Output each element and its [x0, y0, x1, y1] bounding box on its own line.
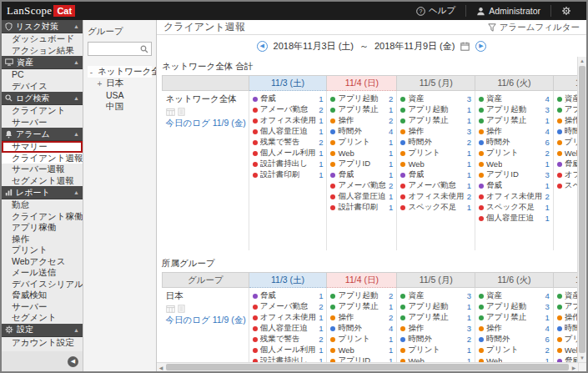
- alarm-count-link[interactable]: 1: [319, 94, 324, 103]
- alarm-count-link[interactable]: 1: [467, 149, 472, 158]
- alarm-count-link[interactable]: 1: [545, 313, 550, 322]
- collapse-icon[interactable]: -: [88, 68, 95, 76]
- alarm-count-link[interactable]: 1: [389, 149, 394, 158]
- today-log-link[interactable]: 今日のログ 11/9 (金): [166, 315, 246, 326]
- alarm-count-link[interactable]: 1: [467, 313, 472, 322]
- alarm-count-link[interactable]: 1: [319, 291, 324, 300]
- alarm-count-link[interactable]: 3: [467, 94, 472, 103]
- sidebar-item-action-results[interactable]: アクション結果: [2, 45, 83, 57]
- alarm-count-link[interactable]: 1: [389, 335, 394, 344]
- tree-item-usa[interactable]: USA: [88, 89, 152, 101]
- alarm-count-link[interactable]: 3: [545, 302, 550, 311]
- horizontal-scroll-thumb[interactable]: [166, 364, 569, 370]
- sidebar-item-attendance[interactable]: 勤怠: [2, 199, 83, 211]
- alarm-count-link[interactable]: 1: [319, 356, 324, 362]
- alarm-count-link[interactable]: 1: [467, 170, 472, 179]
- alarm-count-link[interactable]: 2: [319, 302, 324, 311]
- sidebar-item-server[interactable]: サーバー: [2, 117, 83, 129]
- row-export-icon[interactable]: [178, 108, 185, 116]
- scroll-up-icon[interactable]: ▲: [578, 57, 586, 65]
- sidebar-item-threat-detection[interactable]: 脅威検知: [2, 290, 83, 301]
- alarm-count-link[interactable]: 4: [545, 324, 550, 333]
- sidebar-item-server-report[interactable]: サーバー: [2, 301, 83, 313]
- scroll-down-icon[interactable]: ▼: [578, 354, 586, 362]
- expand-icon[interactable]: +: [96, 80, 103, 88]
- alarm-count-link[interactable]: 2: [545, 149, 550, 158]
- alarm-count-link[interactable]: 1: [545, 203, 550, 212]
- sidebar-item-web-access[interactable]: Webアクセス: [2, 256, 83, 268]
- sidebar-section-log-search[interactable]: ログ検索▲: [2, 92, 83, 105]
- alarm-count-link[interactable]: 2: [389, 181, 394, 190]
- sidebar-collapse-button[interactable]: ◀: [68, 356, 78, 367]
- alarm-count-link[interactable]: 1: [467, 105, 472, 114]
- help-button[interactable]: ? ヘルプ: [406, 2, 465, 20]
- sidebar-item-client-operation[interactable]: クライアント稼働: [2, 211, 83, 223]
- sidebar-section-risk[interactable]: リスク対策▲: [2, 20, 83, 33]
- today-log-link[interactable]: 今日のログ 11/9 (金): [166, 118, 246, 129]
- horizontal-scrollbar[interactable]: ◀ ▶: [157, 362, 578, 371]
- alarm-count-link[interactable]: 1: [467, 159, 472, 169]
- alarm-count-link[interactable]: 2: [389, 313, 394, 322]
- alarm-count-link[interactable]: 6: [545, 335, 550, 344]
- alarm-count-link[interactable]: 1: [319, 345, 324, 355]
- alarm-count-link[interactable]: 1: [319, 159, 324, 169]
- alarm-count-link[interactable]: 4: [545, 94, 550, 103]
- alarm-count-link[interactable]: 4: [545, 291, 550, 300]
- alarm-count-link[interactable]: 1: [389, 170, 394, 179]
- sidebar-item-dashboard[interactable]: ダッシュボード: [2, 33, 83, 45]
- alarm-count-link[interactable]: 2: [545, 345, 550, 355]
- alarm-count-link[interactable]: 2: [319, 105, 324, 114]
- prev-week-button[interactable]: ◀: [257, 41, 268, 52]
- alarm-count-link[interactable]: 1: [319, 170, 324, 179]
- group-search-input[interactable]: [91, 44, 140, 53]
- sidebar-item-summary[interactable]: サマリー: [2, 141, 83, 153]
- alarm-count-link[interactable]: 3: [545, 170, 550, 179]
- alarm-count-link[interactable]: 1: [389, 302, 394, 311]
- sidebar-section-settings[interactable]: 設定▲: [2, 324, 83, 337]
- alarm-count-link[interactable]: 1: [319, 324, 324, 333]
- alarm-count-link[interactable]: 6: [545, 138, 550, 147]
- alarm-count-link[interactable]: 1: [467, 203, 472, 212]
- next-week-button[interactable]: ▶: [475, 41, 486, 52]
- sidebar-item-segment-weekly[interactable]: セグメント週報: [2, 175, 83, 187]
- alarm-count-link[interactable]: 1: [545, 181, 550, 190]
- alarm-count-link[interactable]: 1: [389, 203, 394, 212]
- sidebar-item-device[interactable]: デバイス: [2, 81, 83, 93]
- sidebar-item-segment-report[interactable]: セグメント: [2, 312, 83, 324]
- alarm-count-link[interactable]: 2: [389, 291, 394, 300]
- alarm-count-link[interactable]: 1: [467, 356, 472, 362]
- scroll-right-icon[interactable]: ▶: [570, 363, 578, 371]
- sidebar-item-account-settings[interactable]: アカウント設定: [2, 337, 83, 349]
- alarm-count-link[interactable]: 1: [545, 116, 550, 125]
- sidebar-item-mail-send[interactable]: メール送信: [2, 267, 83, 279]
- alarm-count-link[interactable]: 2: [545, 192, 550, 201]
- alarm-count-link[interactable]: 2: [467, 138, 472, 147]
- alarm-count-link[interactable]: 4: [545, 127, 550, 136]
- alarm-count-link[interactable]: 2: [467, 192, 472, 201]
- alarm-count-link[interactable]: 1: [545, 356, 550, 362]
- alarm-count-link[interactable]: 1: [467, 181, 472, 190]
- alarm-count-link[interactable]: 1: [319, 313, 324, 322]
- sidebar-item-device-serial[interactable]: デバイスシリアル: [2, 279, 83, 290]
- row-export-icon[interactable]: [178, 305, 185, 313]
- alarm-filter-button[interactable]: アラームフィルター: [488, 22, 580, 33]
- scroll-left-icon[interactable]: ◀: [157, 363, 165, 371]
- alarm-count-link[interactable]: 1: [545, 214, 550, 223]
- sidebar-item-app-operation[interactable]: アプリ稼働: [2, 222, 83, 234]
- sidebar-item-client-weekly[interactable]: クライアント週報: [2, 153, 83, 164]
- tree-item-japan[interactable]: +日本: [88, 78, 152, 89]
- row-calendar-icon[interactable]: [166, 305, 175, 313]
- alarm-count-link[interactable]: 2: [389, 94, 394, 103]
- alarm-count-link[interactable]: 1: [389, 345, 394, 355]
- alarm-count-link[interactable]: 2: [319, 335, 324, 344]
- row-calendar-icon[interactable]: [166, 108, 175, 116]
- alarm-count-link[interactable]: 2: [319, 138, 324, 147]
- alarm-count-link[interactable]: 1: [389, 356, 394, 362]
- user-menu-button[interactable]: Administrator: [466, 2, 550, 20]
- settings-button[interactable]: [551, 2, 581, 20]
- sidebar-item-client[interactable]: クライアント: [2, 105, 83, 117]
- alarm-count-link[interactable]: 1: [319, 116, 324, 125]
- vertical-scrollbar[interactable]: ▲ ▼: [577, 57, 586, 362]
- alarm-count-link[interactable]: 1: [319, 127, 324, 136]
- sidebar-item-server-weekly[interactable]: サーバー週報: [2, 164, 83, 175]
